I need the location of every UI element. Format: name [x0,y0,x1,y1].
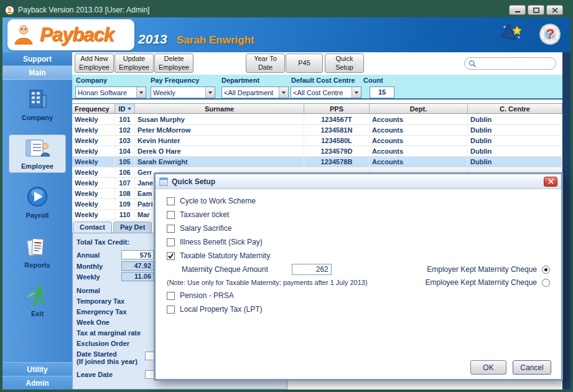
sidebar-item-reports[interactable]: Reports [9,233,66,272]
sidebar-section-admin[interactable]: Admin [2,376,72,390]
sidebar-item-employee[interactable]: Employee [9,134,66,173]
sidebar-item-payroll[interactable]: Payroll [9,182,66,222]
detail-tabs: Contact Pay Det [73,222,152,233]
table-row[interactable]: Weekly 104 Derek O Hare 1234579D Account… [72,146,562,157]
header-pps[interactable]: PPS [304,104,370,113]
employee-count-field: 15 [370,86,394,98]
sidebar-item-label: Exit [11,310,64,317]
cell-dept: Accounts [370,157,468,167]
window-controls [509,5,563,15]
cell-frequency: Weekly [72,210,115,220]
add-employee-button[interactable]: Add New Employee [75,54,114,73]
tab-contact[interactable]: Contact [73,222,112,233]
tax-basis-option[interactable]: Week One [77,317,141,328]
tax-basis-option[interactable]: Normal [77,286,141,296]
cancel-button[interactable]: Cancel [513,360,551,375]
employee-kept-option: Employee Kept Maternity Cheque [426,278,550,287]
dialog-checkbox-list: Cycle to Work Scheme Taxsaver ticket [167,194,550,263]
close-button[interactable] [546,5,563,15]
header-centre[interactable]: C. Centre [468,104,562,113]
table-row[interactable]: Weekly 101 Susan Murphy 1234567T Account… [72,114,562,125]
dialog-checkbox-row: Illness Benefit (Sick Pay) [167,235,550,249]
employee-icon [25,150,50,161]
cell-centre: Dublin [468,157,562,167]
wizard-icon[interactable] [500,22,523,46]
header-id[interactable]: ID [115,104,135,113]
sidebar-section-support[interactable]: Support [2,52,72,66]
sidebar-item-company[interactable]: Company [9,85,66,124]
window-title: Payback Version 2013.03 [User: Admin] [18,6,149,14]
cell-pps: 1234580L [304,136,370,146]
cell-frequency: Weekly [72,157,115,167]
dialog-title-bar[interactable]: Quick Setup [156,174,561,189]
delete-employee-button[interactable]: Delete Employee [154,54,193,73]
checkbox[interactable] [167,225,175,233]
sidebar-item-exit[interactable]: Exit [9,282,66,320]
dialog-close-button[interactable] [544,177,557,187]
sidebar-item-label: Company [11,114,64,121]
exit-icon [26,297,49,308]
update-employee-button[interactable]: Update Employee [114,54,154,73]
payback-logo: Payback [7,19,134,50]
company-dropdown[interactable]: Honan Software [75,86,146,98]
department-dropdown[interactable]: <All Department [221,86,289,98]
checkbox[interactable] [167,211,175,219]
cell-dept: Accounts [370,146,468,156]
checkbox[interactable] [167,197,175,205]
search-input[interactable] [479,60,567,67]
checkbox[interactable] [167,252,175,260]
current-employee-name: Sarah Enwright [177,34,254,47]
table-row[interactable]: Weekly 102 Peter McMorrow 1234581N Accou… [72,125,562,136]
cell-centre: Dublin [468,114,562,124]
employer-kept-radio[interactable] [542,266,550,274]
header-surname[interactable]: Surname [135,104,304,113]
header-frequency[interactable]: Frequency [72,104,115,113]
maximize-button[interactable] [528,5,544,15]
cell-frequency: Weekly [72,167,115,177]
employee-kept-radio[interactable] [542,279,550,287]
cell-id: 106 [115,167,135,177]
employee-kept-label: Employee Kept Maternity Cheque [426,278,537,287]
date-started-label: Date Started [77,350,117,358]
checkbox[interactable] [167,238,175,246]
checkbox-label: Taxable Statutory Maternity [180,251,270,260]
sidebar-item-label: Reports [11,261,64,269]
tax-basis-option[interactable]: Temporary Tax [77,296,141,307]
ok-button[interactable]: OK [470,360,506,375]
tax-basis-option[interactable]: Tax at marginal rate [77,328,141,338]
maternity-note-row: (Note: Use only for Taxable Maternity; p… [167,276,550,289]
p45-button[interactable]: P45 [286,54,323,73]
cell-pps: 1234579D [304,146,370,156]
company-dropdown-value: Honan Software [76,89,136,96]
annual-input[interactable] [121,250,154,259]
dialog-body: Cycle to Work Scheme Taxsaver ticket [156,189,561,381]
cost-centre-dropdown[interactable]: <All Cost Centre [291,86,361,98]
sidebar-section-utility[interactable]: Utility [2,362,72,376]
cell-dept: Accounts [370,114,468,124]
table-row[interactable]: Weekly 103 Kevin Hunter 1234580L Account… [72,136,562,146]
dialog-buttons: OK Cancel [470,360,551,375]
tax-basis-option[interactable]: Emergency Tax [77,307,141,317]
count-label: Count [363,77,383,84]
maternity-amount-input[interactable] [292,264,332,275]
table-row[interactable]: Weekly 105 Sarah Enwright 1234578B Accou… [72,157,562,167]
help-icon[interactable]: ? [538,22,562,46]
search-icon [468,60,477,68]
sidebar-items: Company Employee Payroll [2,80,72,362]
header-dept[interactable]: Dept. [370,104,468,113]
year-to-date-button[interactable]: Year To Date [246,54,285,73]
frequency-dropdown[interactable]: Weekly [151,86,215,98]
maternity-note: (Note: Use only for Taxable Maternity; p… [167,279,368,286]
tab-pay-details[interactable]: Pay Det [113,222,152,233]
cell-surname: Peter McMorrow [135,125,304,135]
quick-setup-button[interactable]: Quick Setup [325,54,364,73]
checkbox[interactable] [167,292,175,300]
header-id-label: ID [119,105,126,113]
logo-wordmark: Payback [40,24,114,46]
title-bar: Payback Version 2013.03 [User: Admin] [2,2,571,17]
minimize-button[interactable] [509,5,526,15]
sidebar-section-main[interactable]: Main [2,66,72,80]
department-dropdown-value: <All Department [222,89,279,96]
tax-basis-option[interactable]: Exclusion Order [77,338,141,349]
checkbox[interactable] [167,306,175,314]
